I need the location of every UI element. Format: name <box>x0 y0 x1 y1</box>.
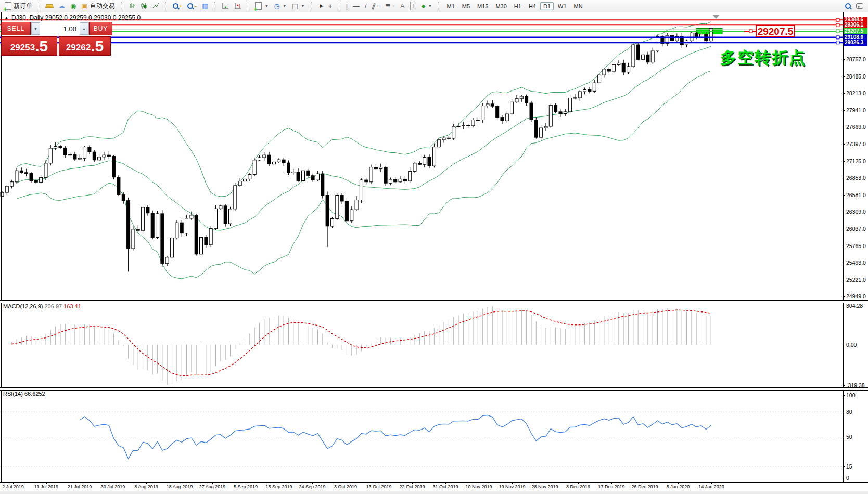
price-axis-label: 25493.0 <box>846 259 866 266</box>
date-axis-label: 17 Dec 2019 <box>598 484 624 489</box>
ask-price-display[interactable]: 29262 .5 <box>59 36 111 56</box>
collapse-triangle-icon[interactable]: ▲ <box>4 15 9 20</box>
toolbar-separator <box>165 2 167 10</box>
template-button[interactable]: ▤▼ <box>289 2 308 11</box>
add-indicator-icon <box>255 2 262 10</box>
turning-point-annotation[interactable]: 多空转折点 <box>720 47 806 69</box>
date-axis-tick <box>545 482 545 484</box>
price-axis-tick <box>843 212 845 212</box>
timeframe-mn[interactable]: MN <box>571 2 586 10</box>
fibonacci-tool-button[interactable]: ≣F <box>382 2 398 11</box>
chart-title: ▲ DJ30, Daily 29052.0 29259.0 29030.0 29… <box>4 14 141 21</box>
text-label-icon: T <box>410 2 416 10</box>
chat-button[interactable] <box>853 2 866 11</box>
price-axis-label: 24949.0 <box>846 293 866 300</box>
signals-button[interactable]: ◉ <box>68 2 79 11</box>
price-axis-label: 26853.0 <box>846 175 866 181</box>
timeframe-m5[interactable]: M5 <box>459 2 473 10</box>
candle-chart-button[interactable] <box>138 2 150 11</box>
chart-shift-marker-icon <box>712 15 720 19</box>
new-order-icon <box>5 2 11 10</box>
rsi-axis-tick <box>843 466 845 467</box>
cursor-tool-button[interactable]: ➤ <box>316 2 326 11</box>
price-axis-tick <box>843 110 845 111</box>
price-axis-label: 27669.0 <box>846 124 866 130</box>
sell-button[interactable]: SELL <box>1 22 31 35</box>
vline-tool-button[interactable]: | <box>343 2 350 11</box>
period-button[interactable]: ◷▼ <box>271 2 289 11</box>
template-icon: ▤ <box>292 3 298 9</box>
chart-down-icon <box>234 3 241 9</box>
bid-main: 29253 <box>10 42 35 54</box>
date-axis-tick <box>146 482 147 484</box>
volume-spinner: ▼ ▲ <box>31 22 89 35</box>
channel-tool-button[interactable]: ∥E <box>369 2 382 11</box>
price-axis-tick <box>843 93 845 94</box>
date-axis-tick <box>212 482 213 484</box>
bid-price-display[interactable]: 29253 .5 <box>1 36 57 56</box>
line-chart-button[interactable] <box>150 2 162 11</box>
arrows-tool-button[interactable]: ◆▼ <box>419 2 435 11</box>
tile-windows-button[interactable]: ▦ <box>199 2 211 11</box>
crosshair-tool-button[interactable]: + <box>326 2 335 11</box>
date-axis-label: 3 Oct 2019 <box>334 484 357 489</box>
date-axis-tick <box>312 482 313 484</box>
timeframe-h4[interactable]: H4 <box>526 2 539 10</box>
timeframe-h1[interactable]: H1 <box>511 2 525 10</box>
volume-up-button[interactable]: ▲ <box>80 22 88 35</box>
clock-icon: ◷ <box>274 3 279 9</box>
add-indicator-button[interactable]: ▼ <box>252 2 271 11</box>
new-order-button[interactable]: 新订单 <box>2 2 35 11</box>
timeframe-m1[interactable]: M1 <box>443 2 457 10</box>
hline-tool-button[interactable]: — <box>350 2 362 11</box>
zoom-in-button[interactable]: + <box>170 2 185 11</box>
label-tool-button[interactable]: T <box>407 2 419 11</box>
indicator-window-up-button[interactable] <box>219 2 232 11</box>
timeframe-d1[interactable]: D1 <box>540 2 554 10</box>
search-button[interactable] <box>843 2 853 11</box>
price-axis-tick <box>843 59 845 60</box>
candle-chart-icon <box>141 3 147 9</box>
text-tool-button[interactable]: A <box>398 2 407 11</box>
chat-icon <box>856 3 863 9</box>
price-axis-tick <box>843 296 845 297</box>
rsi-axis-tick <box>843 395 845 396</box>
price-axis-tick <box>843 246 845 246</box>
date-axis-tick <box>113 482 113 484</box>
toolbar-separator <box>339 2 340 10</box>
timeframe-group: M1M5M15M30H1H4D1W1MN <box>441 0 588 12</box>
chart-plot[interactable] <box>0 12 868 494</box>
autotrade-button[interactable]: ▣ 自动交易 <box>79 2 117 11</box>
crosshair-icon: + <box>328 3 333 9</box>
search-icon <box>845 3 851 9</box>
buy-button[interactable]: BUY <box>89 22 112 35</box>
date-axis-tick <box>412 482 413 484</box>
timeframe-m15[interactable]: M15 <box>474 2 491 10</box>
price-axis-label: 26581.0 <box>846 192 866 198</box>
zoom-out-button[interactable]: − <box>185 2 199 11</box>
signal-icon: ◉ <box>70 3 76 9</box>
price-axis-tick <box>843 76 845 77</box>
autotrade-label: 自动交易 <box>90 2 115 10</box>
indicator-window-down-button[interactable] <box>232 2 244 11</box>
date-axis-tick <box>246 482 246 484</box>
price-axis-label: 26309.0 <box>846 209 866 215</box>
volume-input[interactable] <box>40 22 80 35</box>
market-watch-button[interactable] <box>43 2 56 11</box>
publish-button[interactable]: ☁ <box>56 2 68 11</box>
date-axis-tick <box>379 482 379 484</box>
bar-chart-button[interactable] <box>126 2 138 11</box>
price-axis-label: 26037.0 <box>846 226 866 232</box>
date-axis-tick <box>46 482 47 484</box>
symbol-ohlc-title: DJ30, Daily 29052.0 29259.0 29030.0 2925… <box>11 14 141 21</box>
trendline-tool-button[interactable]: / <box>362 2 369 11</box>
timeframe-m30[interactable]: M30 <box>492 2 509 10</box>
bar-chart-icon <box>129 3 135 9</box>
price-callout-label[interactable]: 29207.5 <box>756 25 795 37</box>
timeframe-w1[interactable]: W1 <box>555 2 570 10</box>
price-axis-tick <box>843 280 845 280</box>
rsi-panel-separator[interactable] <box>0 387 868 391</box>
vertical-line-icon: | <box>346 3 348 9</box>
macd-panel-separator[interactable] <box>0 300 868 303</box>
volume-down-button[interactable]: ▼ <box>31 22 40 35</box>
